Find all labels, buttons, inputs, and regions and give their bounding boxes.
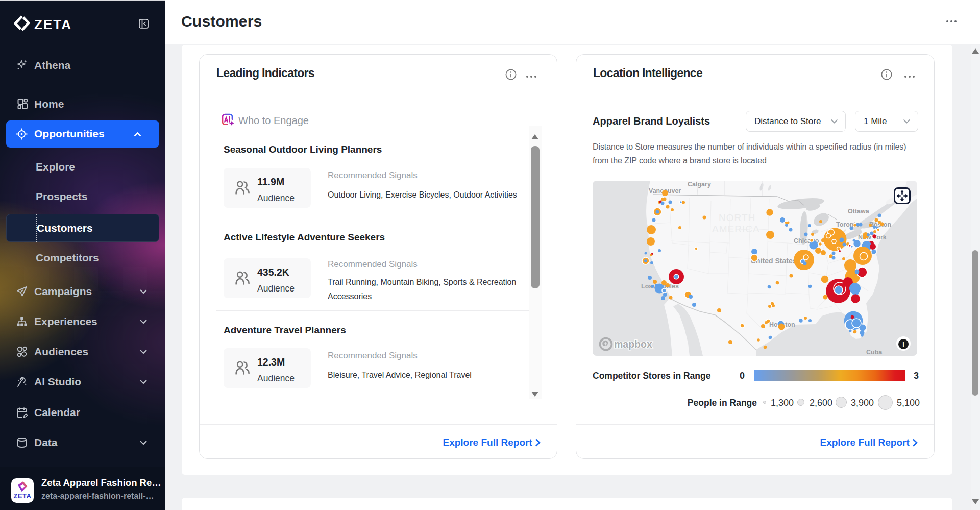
svg-text:Ottawa: Ottawa — [848, 208, 870, 215]
svg-text:NORTH: NORTH — [719, 212, 755, 223]
svg-text:Calgary: Calgary — [688, 181, 711, 188]
svg-text:Cuba: Cuba — [866, 349, 883, 356]
svg-text:AMERICA: AMERICA — [712, 224, 760, 234]
svg-text:i: i — [902, 341, 904, 348]
svg-text:mapbox: mapbox — [614, 338, 652, 350]
